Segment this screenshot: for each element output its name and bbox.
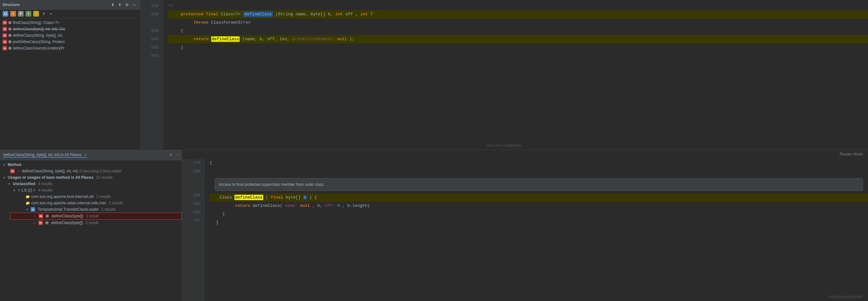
defineClass-bytes-count: 1 result — [86, 214, 98, 218]
brace-184: ) { — [309, 195, 317, 200]
pkg-xalan-item[interactable]: 📁 com.sun.org.apache.xalan.internal.xslt… — [10, 200, 182, 206]
result-section-method: ▼ Method m ↑ defineClass(String, byte[],… — [0, 162, 182, 174]
find-panel-header: defineClass(String, byte[], int, int) in… — [0, 150, 182, 160]
code-classformat: ClassFormatError — [211, 20, 251, 25]
structure-item-defineClass-bytes[interactable]: m defineClass(byte[], int, int): Cla — [0, 26, 140, 32]
unclassified-label: Unclassified — [13, 181, 35, 186]
bcel-count: 2 results — [96, 194, 111, 199]
item-text-preDefineClass: preDefineClass(String, Protect — [13, 40, 65, 44]
structure-item-defineClassSourceLocation[interactable]: m defineClassSourceLocation(Pr — [0, 45, 140, 52]
tab-icon-lock[interactable]: 🔒 — [33, 11, 39, 16]
bottom-code-line-186: } — [210, 210, 868, 218]
settings-button[interactable]: ⚙ — [124, 2, 130, 8]
info-text: Access to final protected superclass mem… — [219, 182, 324, 187]
bottom-code-line-185: return defineClass( name: null , b, off:… — [210, 202, 868, 210]
defineClass-yellow: defineClass — [211, 36, 240, 42]
num-0: 0 — [337, 203, 340, 208]
sort-asc-button[interactable]: ⬆ — [110, 2, 116, 8]
structure-item-findClass[interactable]: m findClass(String): Class<?> — [0, 20, 140, 26]
main-container: Structure ⬆ ⬇ ⚙ — 12 I P f 🔒 Y » — [0, 0, 868, 301]
line-num-641: 641 — [141, 35, 159, 43]
class-icon-templates: c — [31, 207, 35, 212]
find-tab-text: defineClass(String, byte[], int, int) in… — [3, 153, 82, 157]
code-line-639: protected final Class<?> defineClass (St… — [168, 10, 868, 19]
lt18-section: ▼ < 1.8 (2) > 4 results 📁 com.sun.org.ap… — [5, 187, 182, 226]
xalan-count: 2 results — [108, 201, 123, 205]
tab-icon-i[interactable]: I — [10, 11, 16, 16]
find-tab[interactable]: defineClass(String, byte[], int, int) in… — [3, 153, 87, 158]
chevron-usages: ▼ — [3, 176, 6, 179]
structure-item-preDefineClass[interactable]: m preDefineClass(String, Protect — [0, 39, 140, 45]
kw-protected: protected — [181, 12, 203, 16]
bottom-linenum-187: 187 — [182, 216, 200, 225]
chevron-m2: > — [33, 221, 37, 225]
tab-icon-filter[interactable]: Y — [41, 11, 46, 16]
method-icon-m2b: m — [38, 221, 43, 225]
method-icon-m2: m — [3, 27, 7, 31]
more-tabs-button[interactable]: » — [49, 11, 53, 16]
item-text-findClass: findClass(String): Class<?> — [13, 21, 59, 25]
bottom-linenum-185: 185 — [182, 200, 200, 208]
result-header-method[interactable]: ▼ Method — [0, 162, 182, 168]
code-brace-open: { — [181, 27, 183, 35]
code-off: off , — [345, 12, 358, 16]
bottom-code-panel: Reader Mode 179 180 184 185 186 187 { — [182, 150, 868, 301]
structure-item-defineClass-string[interactable]: m defineClass(String, byte[], int, — [0, 32, 140, 39]
usages-count: 22 results — [96, 175, 113, 180]
access-icon-2 — [8, 28, 11, 31]
bottom-code-line-180 — [210, 167, 868, 175]
code-180-empty — [210, 167, 212, 175]
tab-icon-f[interactable]: f — [26, 11, 31, 16]
reader-mode-button[interactable]: Reader Mode — [840, 152, 863, 157]
sort-desc-button[interactable]: ⬇ — [117, 2, 123, 8]
kw-return-185: return — [235, 203, 250, 208]
panel-title: Structure — [3, 3, 20, 7]
find-results: ▼ Method m ↑ defineClass(String, byte[],… — [0, 160, 182, 301]
access-icon — [8, 21, 11, 24]
method-item[interactable]: m ↑ defineClass(String, byte[], int, int… — [0, 168, 182, 174]
bottom-watermark: blog.s8ark.top@s8ark — [829, 295, 863, 298]
find-tab-close-icon[interactable]: ✕ — [84, 153, 87, 157]
method-defineClass-bytes-selected[interactable]: > m defineClass(byte[]) 1 result — [10, 212, 182, 220]
templates-count: 2 results — [101, 207, 116, 212]
item-text-defineClass-string: defineClass(String, byte[], int, — [13, 33, 63, 38]
left-panel: Structure ⬆ ⬇ ⚙ — 12 I P f 🔒 Y » — [0, 0, 141, 150]
param-off-185: off: — [325, 203, 335, 208]
param-protectionDomain: protectionDomain: — [292, 37, 335, 41]
code-indent-639: protected final Class<?> defineClass (St… — [181, 10, 373, 19]
access-icon-3 — [8, 34, 11, 37]
top-line-numbers: 638 639 640 641 642 643 — [141, 0, 163, 150]
find-minus-icon[interactable]: − — [176, 153, 179, 157]
bottom-linenum-179: 179 — [182, 159, 200, 167]
chevron-unclassified: ▼ — [8, 182, 11, 186]
info-box: Access to final protected superclass mem… — [215, 178, 863, 191]
access-icon-5 — [8, 46, 11, 50]
folder-icon-xalan: 📁 — [26, 201, 30, 205]
cls-templates-item[interactable]: ▼ c TemplatesImpl.TransletClassLoader 2 … — [10, 206, 182, 212]
structure-list: m findClass(String): Class<?> m defineCl… — [0, 18, 140, 150]
close-button[interactable]: — — [131, 2, 138, 8]
tab-icon-12[interactable]: 12 — [3, 11, 8, 16]
chevron-method: ▼ — [3, 163, 6, 167]
lt18-count: 4 results — [38, 188, 52, 193]
tab-bar: 12 I P f 🔒 Y » — [0, 9, 140, 18]
code-187-brace: } — [216, 218, 219, 227]
result-header-usages[interactable]: ▼ Usages or usages of base method in All… — [0, 174, 182, 181]
tab-icon-p[interactable]: P — [18, 11, 24, 16]
method-icon-m4: m — [3, 40, 7, 44]
find-gear-icon[interactable]: ⚙ — [169, 153, 172, 158]
bottom-line-numbers: 179 180 184 185 186 187 — [182, 159, 205, 301]
top-section: Structure ⬆ ⬇ ⚙ — 12 I P f 🔒 Y » — [0, 0, 868, 150]
param-name-185: name: — [285, 203, 298, 208]
code-line-638: */ — [168, 2, 868, 10]
bottom-code-line-179: { — [210, 159, 868, 167]
code-comment-638: */ — [168, 2, 173, 10]
result-header-unclassified[interactable]: ▼ Unclassified 4 results — [5, 181, 182, 187]
result-header-lt18[interactable]: ▼ < 1.8 (2) > 4 results — [10, 187, 182, 194]
pkg-bcel-item[interactable]: 📁 com.sun.org.apache.bcel.internal.util … — [10, 194, 182, 200]
line-num-638: 638 — [141, 2, 159, 10]
code-line-643: } — [168, 43, 868, 52]
folder-icon-bcel: 📁 — [26, 195, 30, 199]
method-defineClass-bytes2[interactable]: > m defineClass(byte[]) 1 result — [10, 220, 182, 226]
line-num-639b — [141, 19, 159, 27]
